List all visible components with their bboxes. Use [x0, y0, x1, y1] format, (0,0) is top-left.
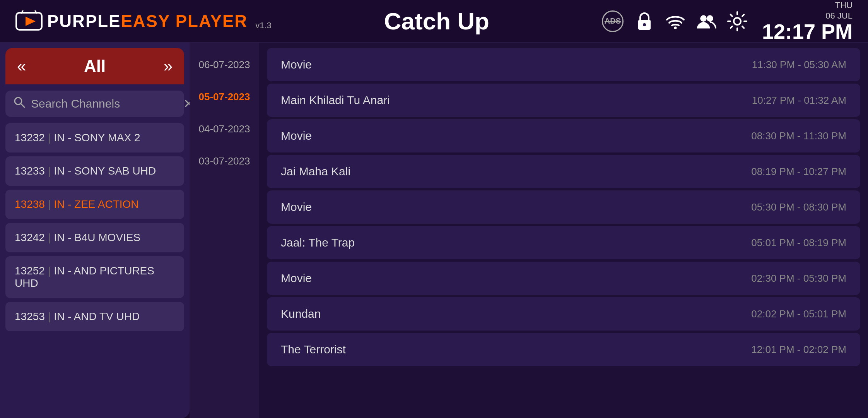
program-item[interactable]: Movie02:30 PM - 05:30 PM: [267, 262, 860, 295]
settings-icon[interactable]: [727, 11, 747, 31]
program-time: 11:30 PM - 05:30 AM: [752, 59, 846, 71]
program-item[interactable]: Movie11:30 PM - 05:30 AM: [267, 48, 860, 81]
program-name: Jai Maha Kali: [281, 165, 350, 178]
ads-icon[interactable]: ADS: [602, 10, 624, 32]
header-icons: ADS: [602, 0, 853, 42]
search-input[interactable]: [31, 97, 178, 110]
header-center: Catch Up: [272, 7, 602, 35]
date-day: THU: [835, 0, 853, 10]
program-name: Movie: [281, 272, 312, 285]
svg-point-6: [674, 26, 677, 29]
version-label: v1.3: [255, 21, 272, 31]
search-bar[interactable]: ✕: [5, 91, 184, 117]
users-icon[interactable]: [696, 11, 716, 31]
channel-item[interactable]: 13252|IN - AND PICTURES UHD: [5, 256, 184, 298]
program-name: Movie: [281, 200, 312, 214]
app-header: PURPLEEASY PLAYER v1.3 Catch Up ADS: [0, 0, 868, 43]
program-name: Movie: [281, 129, 312, 142]
datetime-area: THU 06 JUL 12:17 PM: [762, 0, 853, 42]
channel-item[interactable]: 13253|IN - AND TV UHD: [5, 302, 184, 331]
logo-text: PURPLEEASY PLAYER: [47, 12, 248, 31]
next-arrow[interactable]: »: [164, 57, 173, 75]
lock-icon[interactable]: [634, 11, 654, 31]
channel-item[interactable]: 13238|IN - ZEE ACTION: [5, 190, 184, 219]
page-title: Catch Up: [384, 8, 489, 34]
date-panel: 06-07-202305-07-202304-07-202303-07-2023: [190, 43, 259, 418]
date-item[interactable]: 04-07-2023: [193, 115, 255, 144]
prev-arrow[interactable]: «: [17, 57, 26, 75]
svg-point-8: [707, 15, 713, 22]
program-item[interactable]: The Terrorist12:01 PM - 02:02 PM: [267, 333, 860, 366]
date-date: 06 JUL: [825, 11, 853, 21]
program-time: 12:01 PM - 02:02 PM: [751, 344, 846, 356]
program-item[interactable]: Movie05:30 PM - 08:30 PM: [267, 190, 860, 224]
sidebar-header: « All »: [5, 48, 184, 84]
svg-point-5: [643, 23, 646, 26]
channel-item[interactable]: 13242|IN - B4U MOVIES: [5, 223, 184, 252]
program-panel: Movie11:30 PM - 05:30 AMMain Khiladi Tu …: [259, 43, 868, 418]
program-time: 02:02 PM - 05:01 PM: [751, 308, 846, 320]
program-item[interactable]: Kundan02:02 PM - 05:01 PM: [267, 297, 860, 331]
svg-point-9: [734, 18, 741, 25]
logo-icon: [15, 10, 43, 33]
search-icon: [13, 96, 26, 111]
program-item[interactable]: Jai Maha Kali08:19 PM - 10:27 PM: [267, 155, 860, 188]
program-name: Kundan: [281, 307, 321, 320]
wifi-icon[interactable]: [665, 11, 685, 31]
svg-marker-1: [26, 17, 36, 26]
program-time: 05:30 PM - 08:30 PM: [751, 201, 846, 213]
program-item[interactable]: Jaal: The Trap05:01 PM - 08:19 PM: [267, 226, 860, 259]
svg-line-11: [21, 104, 24, 107]
program-name: Main Khiladi Tu Anari: [281, 94, 390, 107]
main-content: « All » ✕ 13232|IN - SONY MAX 213233|IN …: [0, 43, 868, 418]
program-time: 02:30 PM - 05:30 PM: [751, 272, 846, 284]
program-item[interactable]: Main Khiladi Tu Anari10:27 PM - 01:32 AM: [267, 84, 860, 117]
search-clear-icon[interactable]: ✕: [183, 96, 190, 111]
sidebar: « All » ✕ 13232|IN - SONY MAX 213233|IN …: [0, 43, 190, 418]
program-item[interactable]: Movie08:30 PM - 11:30 PM: [267, 119, 860, 152]
sidebar-title: All: [84, 57, 106, 76]
program-name: Jaal: The Trap: [281, 236, 355, 249]
program-name: The Terrorist: [281, 343, 346, 356]
date-item[interactable]: 03-07-2023: [193, 147, 255, 176]
program-time: 10:27 PM - 01:32 AM: [752, 94, 846, 106]
program-time: 05:01 PM - 08:19 PM: [751, 237, 846, 249]
channel-item[interactable]: 13233|IN - SONY SAB UHD: [5, 156, 184, 186]
program-time: 08:19 PM - 10:27 PM: [751, 166, 846, 178]
svg-point-7: [700, 15, 707, 22]
program-time: 08:30 PM - 11:30 PM: [751, 130, 846, 142]
date-item[interactable]: 06-07-2023: [193, 50, 255, 79]
date-item[interactable]: 05-07-2023: [193, 82, 255, 111]
logo-area: PURPLEEASY PLAYER v1.3: [15, 10, 272, 33]
channel-list: 13232|IN - SONY MAX 213233|IN - SONY SAB…: [0, 123, 190, 410]
program-name: Movie: [281, 58, 312, 71]
channel-item[interactable]: 13232|IN - SONY MAX 2: [5, 123, 184, 152]
clock: 12:17 PM: [762, 21, 853, 42]
